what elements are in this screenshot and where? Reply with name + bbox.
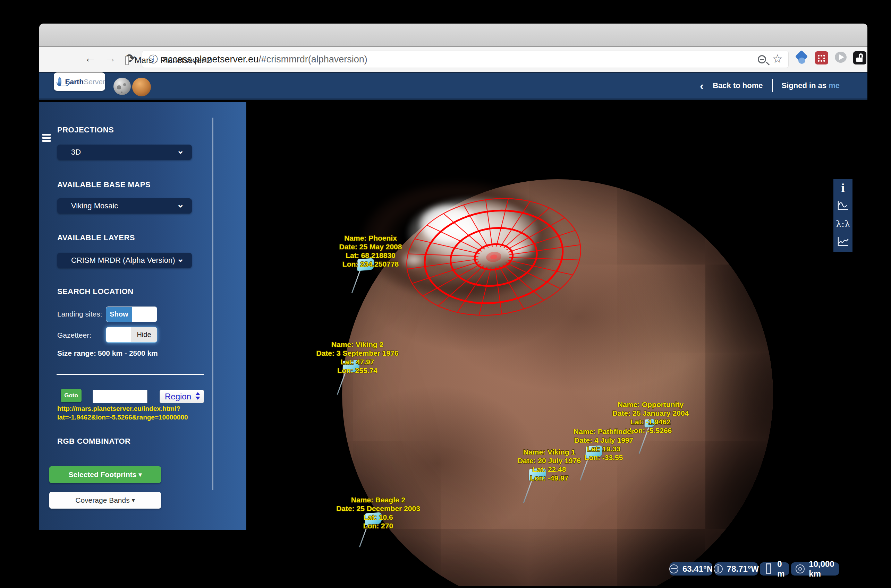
- latitude-value: 63.41°N: [682, 564, 713, 574]
- selected-footprints-button[interactable]: Selected Footprints ▾: [49, 466, 161, 483]
- control-sidebar: PROJECTIONS 3D ⌄ AVAILABLE BASE MAPS Vik…: [39, 102, 246, 530]
- site-label-viking2: Name: Viking 2 Date: 3 September 1976 La…: [316, 340, 399, 375]
- caret-down-icon: ▾: [138, 471, 141, 478]
- base-maps-heading: AVAILABLE BASE MAPS: [57, 180, 151, 189]
- landing-sites-label: Landing sites:: [57, 310, 102, 318]
- bookmark-star-icon[interactable]: ☆: [772, 52, 783, 66]
- hamburger-menu-icon[interactable]: [42, 134, 51, 142]
- site-date: Date: 25 December 2003: [336, 504, 420, 513]
- layers-heading: AVAILABLE LAYERS: [57, 233, 135, 242]
- site-lon: Lon: 234.250778: [339, 260, 402, 268]
- gazetteer-toggle[interactable]: Hide: [106, 327, 157, 342]
- toggle-on-label: Show: [106, 307, 132, 322]
- url-bar[interactable]: ⓘ access.planetserver.eu/#crismmrdr(alph…: [142, 51, 789, 68]
- info-icon: i: [841, 182, 844, 195]
- sidebar-scrollbar[interactable]: [212, 117, 214, 490]
- zoom-out-icon[interactable]: [758, 55, 766, 63]
- gazetteer-label: Gazetteer:: [57, 331, 91, 339]
- goto-button[interactable]: Goto: [61, 389, 81, 402]
- caret-down-icon: ▾: [132, 496, 135, 504]
- site-date: Date: 4 July 1997: [573, 436, 634, 444]
- site-label-phoenix: Name: Phoenix Date: 25 May 2008 Lat: 68.…: [339, 234, 402, 268]
- projections-value: 3D: [71, 148, 81, 157]
- spectrum-tool-button[interactable]: [834, 197, 852, 215]
- info-tool-button[interactable]: i: [834, 179, 852, 197]
- tab-close-icon[interactable]: ×: [201, 56, 206, 65]
- site-lon: Lon: -33.55: [573, 453, 634, 462]
- site-label-pathfinder: Name: Pathfinder Date: 4 July 1997 Lat: …: [573, 427, 634, 462]
- site-label-beagle2: Name: Beagle 2 Date: 25 December 2003 La…: [336, 495, 420, 530]
- forward-icon[interactable]: →: [104, 51, 116, 65]
- site-label-viking1: Name: Viking 1 Date: 20 July 1976 Lat: 2…: [518, 448, 581, 482]
- goto-link-line2: lat=-1.9462&lon=-5.5266&range=10000000: [57, 413, 188, 422]
- site-name: Name: Beagle 2: [336, 495, 420, 504]
- dots-glyph: [818, 55, 820, 57]
- lambda-ratio-icon: λ:λ: [836, 219, 850, 229]
- site-lon: Lon: 255.74: [316, 366, 399, 375]
- site-lon: Lon: -49.97: [518, 474, 581, 482]
- nav-divider: [772, 79, 773, 92]
- earthserver-logo[interactable]: Earth Server: [54, 72, 105, 91]
- projections-select[interactable]: 3D ⌄: [57, 145, 192, 160]
- extension-mendeley-icon[interactable]: [815, 51, 828, 64]
- site-lat: Lat: -1.9462: [613, 417, 689, 426]
- longitude-icon: [714, 564, 723, 573]
- toggle-off-label: Hide: [131, 327, 157, 342]
- extension-lock-icon[interactable]: [853, 51, 866, 64]
- view-range-icon: [796, 564, 805, 573]
- view-range-readout: 10,000 km: [791, 562, 839, 576]
- base-map-value: Viking Mosaic: [71, 201, 118, 210]
- analysis-toolbar: i λ:λ: [834, 179, 852, 252]
- band-ratio-tool-button[interactable]: λ:λ: [834, 215, 852, 233]
- size-range-label: Size range:: [57, 349, 96, 357]
- region-select[interactable]: Region: [160, 390, 204, 403]
- goto-input[interactable]: [93, 390, 147, 403]
- divider: [57, 374, 204, 375]
- titlebar: Mars - Planetsever 2 ×: [39, 24, 867, 46]
- altitude-icon: [764, 564, 773, 573]
- site-lat: Lat: 47.97: [316, 357, 399, 366]
- coverage-bands-label: Coverage Bands: [75, 496, 129, 504]
- tab-title: Mars - Planetsever 2: [135, 56, 211, 65]
- landing-sites-toggle[interactable]: Show: [106, 306, 157, 322]
- coverage-bands-button[interactable]: Coverage Bands ▾: [49, 492, 161, 508]
- circle-shape: [798, 57, 805, 64]
- region-value: Region: [165, 392, 191, 402]
- selected-footprints-label: Selected Footprints: [68, 471, 136, 479]
- latitude-readout: 63.41°N: [670, 562, 712, 576]
- page-icon: [125, 56, 129, 65]
- site-name: Name: Phoenix: [339, 234, 402, 242]
- extension-blue-icon[interactable]: [796, 51, 809, 64]
- signed-in-user-link[interactable]: me: [829, 81, 840, 90]
- profile-plot-tool-button[interactable]: [834, 233, 852, 251]
- moon-planet-icon[interactable]: [113, 78, 131, 95]
- lock-shackle: [859, 53, 863, 57]
- site-lon: Lon: 270: [336, 521, 420, 530]
- goto-permalink[interactable]: http://mars.planetserver.eu/index.html? …: [57, 404, 188, 422]
- chevron-left-icon: ‹: [700, 80, 704, 92]
- signed-in-prefix: Signed in as: [782, 81, 829, 90]
- earth-globe-icon: [58, 77, 62, 86]
- mars-planet-icon[interactable]: [132, 78, 151, 96]
- site-date: Date: 25 May 2008: [339, 242, 402, 251]
- app-navbar: Earth Server ‹ Back to home Signed in as…: [39, 72, 867, 100]
- play-icon: [839, 54, 844, 60]
- site-name: Name: Pathfinder: [573, 427, 634, 436]
- altitude-readout: 0 m: [760, 562, 789, 576]
- layer-value: CRISM MRDR (Alpha Version): [71, 256, 175, 265]
- search-location-heading: SEARCH LOCATION: [57, 287, 134, 296]
- logo-text-server: Server: [84, 78, 105, 86]
- site-name: Name: Viking 2: [316, 340, 399, 349]
- map-viewport[interactable]: Name: Phoenix Date: 25 May 2008 Lat: 68.…: [39, 102, 867, 586]
- extension-media-icon[interactable]: [834, 51, 847, 64]
- site-lat: Lat: 10.6: [336, 513, 420, 521]
- rgb-combinator-heading: RGB COMBINATOR: [57, 437, 131, 446]
- lock-body: [856, 57, 862, 62]
- base-map-select[interactable]: Viking Mosaic ⌄: [57, 198, 192, 214]
- site-date: Date: 25 January 2004: [613, 409, 689, 417]
- select-arrows-icon: [195, 392, 200, 400]
- layer-select[interactable]: CRISM MRDR (Alpha Version) ⌄: [57, 253, 192, 268]
- back-icon[interactable]: ←: [84, 51, 96, 65]
- back-to-home-link[interactable]: Back to home: [713, 81, 763, 90]
- line-chart-icon: [837, 237, 849, 248]
